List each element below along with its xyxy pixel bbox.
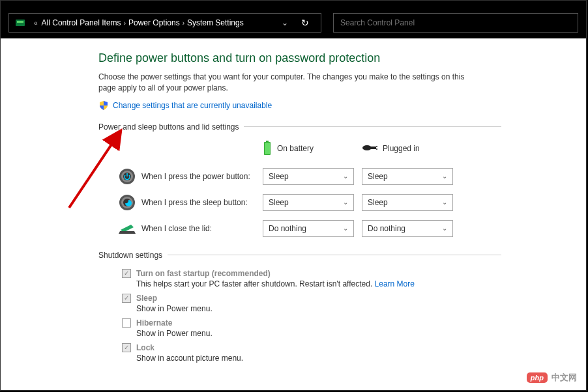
svg-rect-6 — [265, 143, 270, 154]
svg-rect-8 — [371, 147, 376, 149]
address-bar: « All Control Panel Items › Power Option… — [1, 7, 586, 38]
shield-icon — [98, 100, 109, 111]
chevron-down-icon: ⌄ — [442, 225, 447, 232]
row-label: When I close the lid: — [141, 224, 263, 233]
watermark: php 中文网 — [527, 372, 577, 384]
section-label: Power and sleep buttons and lid settings — [98, 122, 239, 132]
checkbox-description: This helps start your PC faster after sh… — [136, 279, 501, 288]
sleep-button-row: When I press the sleep button: Sleep⌄ Sl… — [118, 193, 501, 212]
lid-plugged-select[interactable]: Do nothing⌄ — [362, 220, 453, 237]
breadcrumb-item[interactable]: Power Options — [128, 18, 180, 27]
content-area: Define power buttons and turn on passwor… — [1, 38, 586, 390]
plugged-column-header: Plugged in — [362, 141, 453, 157]
chevron-down-icon: ⌄ — [442, 199, 447, 206]
chevron-down-icon: ⌄ — [343, 173, 348, 180]
svg-rect-9 — [376, 146, 377, 147]
hibernate-item: ✓ Hibernate Show in Power menu. — [122, 318, 501, 338]
titlebar — [1, 1, 586, 7]
row-label: When I press the sleep button: — [141, 198, 263, 207]
sleep-checkbox[interactable]: ✓ — [122, 294, 131, 303]
checkbox-description: Show in account picture menu. — [136, 354, 501, 363]
shutdown-section-header: Shutdown settings — [98, 251, 501, 260]
lock-item: ✓ Lock Show in account picture menu. — [122, 343, 501, 363]
lid-close-row: When I close the lid: Do nothing⌄ Do not… — [118, 219, 501, 238]
watermark-text: 中文网 — [551, 372, 577, 384]
lid-battery-select[interactable]: Do nothing⌄ — [263, 220, 354, 237]
chevron-right-icon: › — [124, 20, 126, 27]
checkbox-description: Show in Power menu. — [136, 329, 501, 338]
power-button-battery-select[interactable]: Sleep⌄ — [263, 168, 354, 185]
checkbox-label: Sleep — [136, 294, 157, 303]
laptop-lid-icon — [118, 219, 136, 238]
col-label: On battery — [277, 144, 314, 153]
watermark-badge: php — [527, 372, 548, 383]
lock-checkbox[interactable]: ✓ — [122, 343, 131, 352]
battery-icon — [263, 141, 272, 157]
breadcrumb-prefix: « — [34, 20, 38, 27]
section-label: Shutdown settings — [98, 251, 162, 260]
svg-line-3 — [69, 135, 118, 208]
control-panel-window: « All Control Panel Items › Power Option… — [0, 0, 587, 391]
power-section-header: Power and sleep buttons and lid settings — [98, 122, 501, 132]
svg-point-7 — [362, 145, 372, 150]
column-headers: On battery Plugged in — [118, 141, 501, 157]
col-label: Plugged in — [383, 144, 420, 153]
chevron-right-icon: › — [183, 20, 184, 27]
svg-rect-10 — [376, 148, 377, 150]
power-settings-grid: On battery Plugged in When I press the p… — [118, 141, 501, 238]
hibernate-checkbox[interactable]: ✓ — [122, 318, 131, 328]
sleep-button-plugged-select[interactable]: Sleep⌄ — [362, 194, 453, 211]
change-settings-row: Change settings that are currently unava… — [98, 100, 501, 111]
fast-startup-checkbox[interactable]: ✓ — [122, 269, 131, 278]
checkbox-label: Hibernate — [136, 318, 172, 328]
chevron-down-icon[interactable]: ⌄ — [278, 18, 292, 27]
sleep-button-icon — [118, 193, 136, 212]
shutdown-items: ✓ Turn on fast startup (recommended) Thi… — [122, 269, 501, 363]
power-button-row: When I press the power button: Sleep⌄ Sl… — [118, 167, 501, 186]
breadcrumb-item[interactable]: System Settings — [187, 18, 244, 27]
plug-icon — [362, 143, 377, 154]
row-label: When I press the power button: — [141, 172, 263, 181]
breadcrumb[interactable]: « All Control Panel Items › Power Option… — [8, 13, 321, 33]
chevron-down-icon: ⌄ — [442, 173, 447, 180]
control-panel-icon — [14, 17, 26, 29]
search-box[interactable] — [333, 13, 578, 33]
search-input[interactable] — [340, 18, 571, 27]
checkbox-description: Show in Power menu. — [136, 304, 501, 313]
breadcrumb-item[interactable]: All Control Panel Items — [42, 18, 121, 27]
power-button-plugged-select[interactable]: Sleep⌄ — [362, 168, 453, 185]
chevron-down-icon: ⌄ — [343, 225, 348, 232]
fast-startup-item: ✓ Turn on fast startup (recommended) Thi… — [122, 269, 501, 288]
page-description: Choose the power settings that you want … — [98, 72, 470, 94]
checkbox-label: Turn on fast startup (recommended) — [136, 269, 271, 278]
sleep-button-battery-select[interactable]: Sleep⌄ — [263, 194, 354, 211]
svg-rect-1 — [17, 21, 23, 23]
page-title: Define power buttons and turn on passwor… — [98, 51, 501, 65]
change-settings-link[interactable]: Change settings that are currently unava… — [113, 101, 272, 110]
chevron-down-icon: ⌄ — [343, 199, 348, 206]
checkbox-label: Lock — [136, 343, 154, 352]
power-button-icon — [118, 167, 136, 186]
refresh-button[interactable]: ↻ — [295, 18, 316, 28]
learn-more-link[interactable]: Learn More — [375, 279, 415, 288]
svg-rect-4 — [266, 141, 269, 142]
battery-column-header: On battery — [263, 141, 354, 157]
sleep-item: ✓ Sleep Show in Power menu. — [122, 294, 501, 313]
